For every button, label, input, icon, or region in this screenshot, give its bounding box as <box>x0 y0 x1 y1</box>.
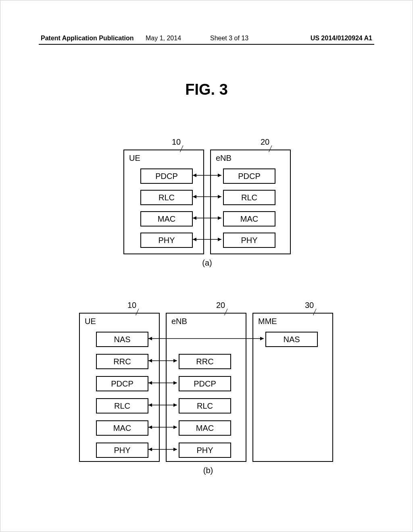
layer-mac: MAC <box>140 211 193 227</box>
sub-a: (a) <box>202 258 212 268</box>
layer-mac: MAC <box>223 211 275 227</box>
layer-rlc: RLC <box>140 190 193 205</box>
layer-nas: NAS <box>96 332 148 347</box>
sub-b: (b) <box>203 466 213 475</box>
enb-box-b: eNB RRC PDCP RLC MAC PHY <box>166 313 246 462</box>
enb-box-a: eNB PDCP RLC MAC PHY <box>210 150 291 254</box>
ref-enb-a: 20 <box>261 137 269 147</box>
layer-phy: PHY <box>223 233 275 248</box>
layer-pdcp: PDCP <box>179 376 231 391</box>
pub-number: US 2014/0120924 A1 <box>311 35 372 42</box>
pub-date: May 1, 2014 <box>146 35 181 42</box>
ref-ue-b: 10 <box>127 301 136 310</box>
header-rule <box>39 44 374 45</box>
layer-rlc: RLC <box>96 398 148 414</box>
ue-box-b: UE NAS RRC PDCP RLC MAC PHY <box>79 313 160 462</box>
ref-enb-b: 20 <box>216 301 225 310</box>
diagram-b: 10 20 30 UE NAS RRC PDCP RLC MAC PHY eNB… <box>79 313 337 474</box>
ref-mme-b: 30 <box>305 301 314 310</box>
layer-pdcp: PDCP <box>223 168 275 184</box>
sheet-number: Sheet 3 of 13 <box>210 35 248 42</box>
page-header: Patent Application Publication May 1, 20… <box>41 35 372 42</box>
figure-title: FIG. 3 <box>0 81 413 98</box>
layer-phy: PHY <box>96 443 148 458</box>
layer-mac: MAC <box>96 420 148 436</box>
layer-pdcp: PDCP <box>96 376 148 391</box>
layer-nas: NAS <box>265 332 318 347</box>
enb-label-b: eNB <box>171 317 187 326</box>
layer-mac: MAC <box>179 420 231 436</box>
ue-label-a: UE <box>129 154 140 163</box>
diagram-a: 10 20 UE PDCP RLC MAC PHY eNB PDCP RLC M… <box>123 150 291 266</box>
pub-label: Patent Application Publication <box>41 35 134 42</box>
mme-label-b: MME <box>258 317 277 326</box>
layer-rrc: RRC <box>96 354 148 369</box>
layer-rlc: RLC <box>223 190 275 205</box>
layer-rlc: RLC <box>179 398 231 414</box>
ue-label-b: UE <box>85 317 96 326</box>
ue-box-a: UE PDCP RLC MAC PHY <box>123 150 204 254</box>
layer-pdcp: PDCP <box>140 168 193 184</box>
layer-phy: PHY <box>140 233 193 248</box>
layer-rrc: RRC <box>179 354 231 369</box>
page: Patent Application Publication May 1, 20… <box>0 0 413 532</box>
ref-ue-a: 10 <box>172 137 181 147</box>
layer-phy: PHY <box>179 443 231 458</box>
mme-box-b: MME NAS <box>252 313 333 462</box>
enb-label-a: eNB <box>216 154 232 163</box>
